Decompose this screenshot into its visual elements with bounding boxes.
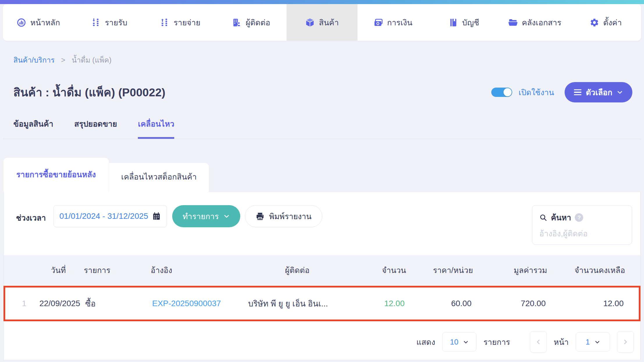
settings-icon <box>590 18 599 27</box>
show-label: แสดง <box>416 336 435 348</box>
search-placeholder: อ้างอิง,ผู้ติดต่อ <box>539 227 625 240</box>
subtab-transaction-history[interactable]: รายการซื้อขายย้อนหลัง <box>3 158 109 192</box>
row-quantity: 12.00 <box>354 299 405 308</box>
tab-movement[interactable]: เคลื่อนไหว <box>138 118 174 139</box>
chevron-left-icon <box>535 339 542 345</box>
nav-item-label: หน้าหลัก <box>30 16 60 29</box>
search-icon <box>539 214 547 221</box>
page-label: หน้า <box>554 336 569 348</box>
nav-item-label: รายจ่าย <box>174 16 200 29</box>
breadcrumb-link-products[interactable]: สินค้า/บริการ <box>13 54 55 66</box>
documents-icon <box>508 18 518 27</box>
page-title: สินค้า : น้ำดื่ม (แพ็ค) (P00022) <box>13 83 166 101</box>
header-type: รายการ <box>84 264 143 276</box>
printer-icon <box>256 212 264 221</box>
page-select[interactable]: 1 <box>576 332 610 352</box>
nav-item-label: การเงิน <box>387 16 412 29</box>
header-unit-price: ราคา/หน่วย <box>406 264 473 276</box>
nav-item-expense[interactable]: รายจ่าย <box>145 4 216 41</box>
chevron-down-icon <box>463 339 469 345</box>
nav-item-label: รายรับ <box>105 16 127 29</box>
options-button[interactable]: ตัวเลือก <box>565 82 632 102</box>
filter-row: ช่วงเวลา 01/01/2024 - 31/12/2025 ทำรายกา… <box>4 192 640 245</box>
accounting-icon <box>449 18 458 27</box>
toggle-label: เปิดใช้งาน <box>519 86 554 99</box>
reference-link[interactable]: EXP-20250900037 <box>145 299 241 308</box>
nav-item-label: ตั้งค่า <box>603 16 622 29</box>
prev-page-button[interactable] <box>530 331 547 353</box>
header-reference: อ้างอิง <box>143 264 239 276</box>
page-value: 1 <box>586 338 590 347</box>
row-date: 22/09/2025 <box>34 299 85 308</box>
nav-item-products[interactable]: สินค้า <box>287 4 357 41</box>
contacts-icon <box>232 18 241 27</box>
search-input[interactable]: ค้นหา ? อ้างอิง,ผู้ติดต่อ <box>532 205 632 245</box>
items-label: รายการ <box>483 336 510 348</box>
dashboard-icon <box>17 18 26 27</box>
content-panel: ช่วงเวลา 01/01/2024 - 31/12/2025 ทำรายกา… <box>3 191 641 360</box>
print-button-label: พิมพ์รายงาน <box>269 210 312 223</box>
products-icon <box>305 18 315 27</box>
nav-item-label: คลังเอกสาร <box>522 16 561 29</box>
title-row: สินค้า : น้ำดื่ม (แพ็ค) (P00022) เปิดใช้… <box>13 82 632 102</box>
finance-icon <box>373 18 383 27</box>
menu-icon <box>574 89 581 95</box>
breadcrumb-separator: > <box>61 56 65 64</box>
nav-item-income[interactable]: รายรับ <box>74 4 145 41</box>
nav-item-home[interactable]: หน้าหลัก <box>3 4 74 41</box>
nav-item-accounting[interactable]: บัญชี <box>428 4 499 41</box>
tab-bar: ข้อมูลสินค้า สรุปยอดขาย เคลื่อนไหว <box>3 118 641 139</box>
active-toggle[interactable] <box>491 88 512 97</box>
subtab-bar: รายการซื้อขายย้อนหลัง เคลื่อนไหวสต็อกสิน… <box>3 158 644 192</box>
nav-item-label: ผู้ติดต่อ <box>245 16 270 29</box>
print-report-button[interactable]: พิมพ์รายงาน <box>245 205 322 227</box>
chevron-down-icon <box>595 339 600 345</box>
nav-item-label: บัญชี <box>462 16 479 29</box>
nav-item-label: สินค้า <box>319 16 339 29</box>
row-contact: บริษัท พี ยู ยู เอ็น อินเ... <box>241 297 354 310</box>
subtab-stock-movement[interactable]: เคลื่อนไหวสต็อกสินค้า <box>109 163 209 192</box>
nav-item-documents[interactable]: คลังเอกสาร <box>499 4 570 41</box>
row-unit-price: 60.00 <box>405 299 472 308</box>
chevron-down-icon <box>223 213 230 219</box>
row-total: 720.00 <box>472 299 546 308</box>
expense-icon <box>160 18 170 27</box>
header-quantity: จำนวน <box>355 264 406 276</box>
chevron-down-icon <box>617 89 623 95</box>
nav-item-contacts[interactable]: ผู้ติดต่อ <box>216 4 287 41</box>
table-header-row: วันที่ รายการ อ้างอิง ผู้ติดต่อ จำนวน รา… <box>4 255 640 285</box>
header-contact: ผู้ติดต่อ <box>239 264 355 276</box>
main-nav: หน้าหลัก รายรับ รายจ่าย ผู้ติดต่อ สินค้า… <box>3 4 641 41</box>
chevron-right-icon <box>622 339 629 345</box>
table-row[interactable]: 1 22/09/2025 ซื้อ EXP-20250900037 บริษัท… <box>5 288 639 320</box>
header-total: มูลค่ารวม <box>473 264 547 276</box>
highlight-box: 1 22/09/2025 ซื้อ EXP-20250900037 บริษัท… <box>3 286 641 321</box>
date-range-input[interactable]: 01/01/2024 - 31/12/2025 <box>54 205 167 227</box>
tab-sales-summary[interactable]: สรุปยอดขาย <box>74 118 117 139</box>
pagination: แสดง 10 รายการ หน้า 1 <box>4 321 640 353</box>
header-date: วันที่ <box>33 264 84 276</box>
period-label: ช่วงเวลา <box>16 212 46 224</box>
calendar-icon <box>152 212 161 221</box>
breadcrumb: สินค้า/บริการ > น้ำดื่ม (แพ็ค) <box>13 54 644 66</box>
action-dropdown-button[interactable]: ทำรายการ <box>172 205 240 227</box>
row-remaining: 12.00 <box>546 299 627 308</box>
nav-item-finance[interactable]: การเงิน <box>357 4 428 41</box>
per-page-value: 10 <box>450 338 458 347</box>
breadcrumb-current: น้ำดื่ม (แพ็ค) <box>72 54 112 66</box>
next-page-button[interactable] <box>617 331 634 353</box>
search-label: ค้นหา <box>551 211 571 224</box>
income-icon <box>91 18 101 27</box>
row-index: 1 <box>14 299 34 308</box>
header-remaining: จำนวนคงเหลือ <box>547 264 629 276</box>
nav-item-settings[interactable]: ตั้งค่า <box>570 4 641 41</box>
top-gradient-bar <box>0 0 644 4</box>
date-range-value: 01/01/2024 - 31/12/2025 <box>59 212 148 221</box>
help-icon[interactable]: ? <box>575 213 583 222</box>
per-page-select[interactable]: 10 <box>442 332 476 352</box>
options-button-label: ตัวเลือก <box>586 86 612 99</box>
toggle-knob <box>504 88 512 96</box>
tab-product-info[interactable]: ข้อมูลสินค้า <box>13 118 53 139</box>
action-button-label: ทำรายการ <box>183 210 219 223</box>
row-type: ซื้อ <box>85 297 145 310</box>
